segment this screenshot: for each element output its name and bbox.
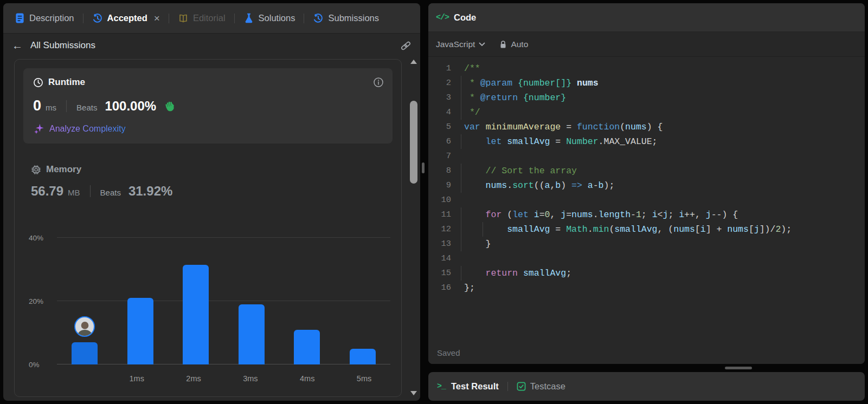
info-icon[interactable] (373, 77, 384, 88)
code-line[interactable]: 7 (428, 149, 865, 164)
runtime-card[interactable]: Runtime 0 ms Beats 100.00% Analyze C (23, 68, 393, 144)
autosave-label: Auto (511, 40, 528, 49)
chart-bar-slot (279, 217, 335, 364)
submissions-subheader: ← All Submissions (3, 34, 420, 57)
line-number: 16 (428, 281, 460, 295)
scroll-up-arrow[interactable] (410, 60, 417, 64)
tab-separator (304, 14, 304, 23)
chart-x-tick-label: 3ms (222, 370, 279, 386)
line-content: let smallAvg = Number.MAX_VALUE; (460, 134, 658, 149)
chart-bar-4ms[interactable] (294, 330, 320, 364)
tab-label: Submissions (328, 13, 379, 23)
analyze-complexity-label: Analyze Complexity (49, 124, 126, 134)
code-header: </> Code (428, 3, 865, 32)
line-content: * @return {number} (460, 90, 566, 105)
memory-beats-label: Beats (100, 188, 121, 197)
waving-hand-icon (164, 100, 177, 113)
divider (507, 382, 508, 391)
line-number: 11 (428, 207, 460, 222)
line-number: 10 (428, 193, 460, 207)
test-result-tab[interactable]: Test Result (451, 381, 499, 392)
tab-separator (169, 14, 169, 23)
left-tabstrip: Description Accepted × Editorial Solutio… (3, 3, 420, 34)
code-line[interactable]: 3 * @return {number} (428, 90, 865, 105)
back-arrow-icon[interactable]: ← (12, 40, 23, 52)
divider (66, 100, 67, 112)
tab-description[interactable]: Description (10, 10, 79, 27)
bottom-bar: >_ Test Result Testcase (428, 372, 865, 401)
bottom-resize-handle[interactable] (725, 367, 752, 369)
divider (90, 185, 91, 197)
chart-bar-0ms[interactable] (72, 342, 98, 364)
tab-label: Accepted (107, 13, 147, 23)
analyze-complexity-button[interactable]: Analyze Complexity (33, 123, 383, 135)
tab-separator (234, 14, 235, 23)
code-line[interactable]: 14 (428, 251, 865, 266)
code-line[interactable]: 9 nums.sort((a,b) => a-b); (428, 178, 865, 193)
scrollbar-thumb[interactable] (410, 101, 417, 184)
code-line[interactable]: 2 * @param {number[]} nums (428, 76, 865, 90)
tab-accepted[interactable]: Accepted × (88, 9, 164, 28)
chart-bar-3ms[interactable] (239, 304, 265, 364)
chart-x-tick-label: 5ms (336, 370, 393, 386)
line-content: for (let i=0, j=nums.length-1; i<j; i++,… (460, 207, 738, 222)
chart-y-tick-label: 40% (29, 234, 53, 242)
language-select[interactable]: JavaScript (436, 40, 485, 49)
chart-x-axis-labels: 1ms2ms3ms4ms5ms (52, 370, 393, 386)
chart-bar-1ms[interactable] (127, 298, 153, 364)
chart-bars (57, 217, 390, 364)
memory-chip-icon (31, 165, 41, 175)
close-icon[interactable]: × (154, 12, 160, 24)
code-line[interactable]: 16}; (428, 281, 865, 295)
line-content: nums.sort((a,b) => a-b); (460, 178, 614, 193)
code-line[interactable]: 6 let smallAvg = Number.MAX_VALUE; (428, 134, 865, 149)
line-number: 4 (428, 105, 460, 120)
line-content (460, 193, 464, 207)
tab-editorial[interactable]: Editorial (173, 10, 230, 27)
code-toolbar: JavaScript Auto (428, 32, 865, 57)
chevron-down-icon (479, 42, 485, 47)
history-icon (92, 13, 103, 24)
autosave-toggle[interactable]: Auto (499, 40, 528, 49)
line-number: 8 (428, 164, 460, 178)
lock-icon (499, 40, 507, 49)
line-number: 6 (428, 134, 460, 149)
code-line[interactable]: 8 // Sort the array (428, 164, 865, 178)
user-avatar[interactable] (74, 316, 95, 337)
line-content: // Sort the array (460, 164, 577, 178)
chart-bar-slot (113, 217, 169, 364)
chart-bar-5ms[interactable] (350, 349, 376, 364)
code-line[interactable]: 4 */ (428, 105, 865, 120)
code-line[interactable]: 10 (428, 193, 865, 207)
sparkles-icon (33, 123, 45, 135)
bottom-gap (428, 364, 865, 372)
tab-label: Solutions (259, 13, 295, 23)
chart-bar-2ms[interactable] (183, 265, 209, 364)
code-line[interactable]: 15 return smallAvg; (428, 266, 865, 281)
scroll-down-arrow[interactable] (410, 391, 417, 395)
code-editor[interactable]: 1/**2 * @param {number[]} nums3 * @retur… (428, 57, 865, 341)
code-line[interactable]: 5var minimumAverage = function(nums) { (428, 120, 865, 134)
memory-beats-value: 31.92% (128, 184, 172, 199)
left-panel: Description Accepted × Editorial Solutio… (3, 3, 420, 401)
line-content: } (460, 237, 491, 251)
memory-value: 56.79 (31, 184, 63, 199)
memory-card[interactable]: Memory 56.79 MB Beats 31.92% (23, 164, 393, 199)
panel-resize-handle[interactable] (422, 162, 425, 173)
runtime-distribution-chart: 0%20%40% 1ms2ms3ms4ms5ms (23, 217, 393, 386)
tab-submissions[interactable]: Submissions (308, 10, 383, 27)
tab-label: Description (29, 13, 74, 23)
line-number: 13 (428, 237, 460, 251)
testcase-label: Testcase (530, 381, 565, 392)
link-icon[interactable] (400, 40, 412, 51)
code-line[interactable]: 1/** (428, 61, 865, 76)
chart-plot: 0%20%40% (29, 217, 390, 364)
code-brackets-icon: </> (436, 13, 449, 22)
code-line[interactable]: 13 } (428, 237, 865, 251)
testcase-tab[interactable]: Testcase (517, 381, 565, 392)
runtime-unit: ms (46, 103, 56, 112)
code-line[interactable]: 11 for (let i=0, j=nums.length-1; i<j; i… (428, 207, 865, 222)
tab-solutions[interactable]: Solutions (239, 10, 300, 27)
code-line[interactable]: 12 smallAvg = Math.min(smallAvg, (nums[i… (428, 222, 865, 237)
line-number: 2 (428, 76, 460, 90)
